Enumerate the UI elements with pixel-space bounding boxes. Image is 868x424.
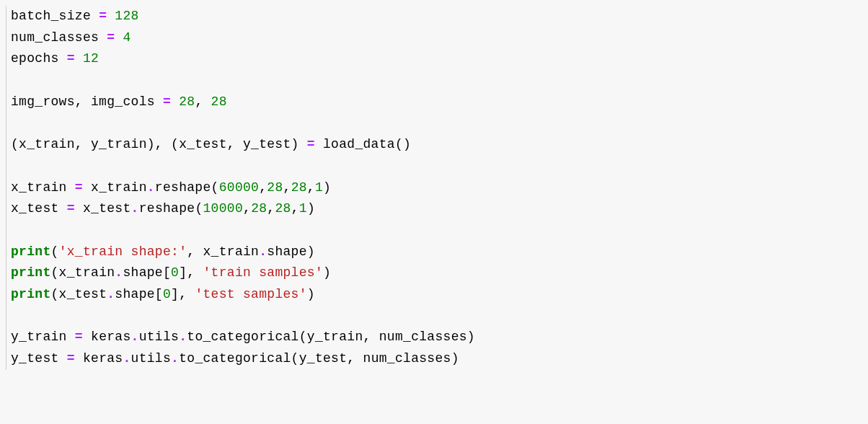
- identifier: (x_train: [51, 265, 115, 280]
- punct: ,: [243, 201, 251, 216]
- identifier: epochs: [11, 51, 59, 66]
- number: 28: [275, 201, 291, 216]
- identifier: keras: [91, 330, 131, 344]
- number: 0: [171, 265, 179, 280]
- identifier: load_data(): [323, 137, 411, 151]
- code-line: print('x_train shape:', x_train.shape): [11, 244, 315, 259]
- identifier: y_test: [11, 351, 59, 366]
- operator: .: [107, 287, 115, 301]
- number: 10000: [203, 201, 244, 216]
- code-line: x_test = x_test.reshape(10000,28,28,1): [11, 201, 315, 216]
- identifier: x_test: [11, 201, 59, 216]
- punct: ],: [171, 287, 195, 301]
- operator: .: [123, 351, 130, 366]
- operator: =: [59, 201, 83, 216]
- identifier: x_train: [11, 180, 67, 195]
- operator: =: [59, 351, 83, 366]
- identifier: y_train: [11, 330, 67, 344]
- operator: .: [131, 201, 139, 216]
- punct: ,: [291, 201, 299, 216]
- identifier: (x_train, y_train), (x_test, y_test): [11, 137, 299, 151]
- identifier: reshape(: [155, 180, 219, 195]
- identifier: , x_train: [187, 244, 259, 259]
- number: 28: [251, 201, 267, 216]
- operator: .: [171, 351, 179, 366]
- operator: =: [67, 330, 91, 344]
- code-line: (x_train, y_train), (x_test, y_test) = l…: [11, 137, 411, 151]
- identifier: reshape(: [139, 201, 203, 216]
- operator: =: [155, 94, 179, 109]
- number: 4: [123, 30, 130, 45]
- code-line: batch_size = 128: [11, 9, 139, 23]
- identifier: keras: [83, 351, 123, 366]
- identifier: shape[: [115, 287, 163, 301]
- operator: =: [59, 51, 83, 66]
- operator: .: [179, 330, 187, 344]
- punct: ): [323, 180, 331, 195]
- code-line: y_train = keras.utils.to_categorical(y_t…: [11, 330, 475, 344]
- string: 'test samples': [195, 287, 306, 301]
- identifier: utils: [139, 330, 180, 344]
- punct: ,: [283, 180, 291, 195]
- identifier: utils: [131, 351, 172, 366]
- operator: .: [147, 180, 155, 195]
- punct: ,: [307, 180, 315, 195]
- punct: ): [323, 265, 331, 280]
- operator: .: [115, 265, 123, 280]
- operator: .: [131, 330, 139, 344]
- code-line: img_rows, img_cols = 28, 28: [11, 94, 227, 109]
- code-block: batch_size = 128 num_classes = 4 epochs …: [6, 6, 868, 370]
- punct: ,: [195, 94, 211, 109]
- operator: =: [91, 9, 115, 23]
- code-line: epochs = 12: [11, 51, 99, 66]
- code-line: print(x_train.shape[0], 'train samples'): [11, 265, 331, 280]
- identifier: batch_size: [11, 9, 91, 23]
- builtin: print: [11, 287, 51, 301]
- identifier: to_categorical(y_train, num_classes): [187, 330, 475, 344]
- code-line: y_test = keras.utils.to_categorical(y_te…: [11, 351, 459, 366]
- punct: ,: [267, 201, 275, 216]
- operator: .: [259, 244, 267, 259]
- number: 12: [83, 51, 99, 66]
- builtin: print: [11, 265, 51, 280]
- punct: (: [51, 244, 59, 259]
- identifier: num_classes: [11, 30, 99, 45]
- operator: =: [299, 137, 323, 151]
- operator: =: [99, 30, 123, 45]
- number: 60000: [219, 180, 260, 195]
- number: 28: [267, 180, 283, 195]
- number: 1: [299, 201, 307, 216]
- number: 28: [211, 94, 227, 109]
- identifier: img_rows, img_cols: [11, 94, 155, 109]
- number: 1: [315, 180, 323, 195]
- identifier: shape): [267, 244, 315, 259]
- identifier: shape[: [123, 265, 171, 280]
- builtin: print: [11, 244, 51, 259]
- string: 'train samples': [203, 265, 324, 280]
- operator: =: [67, 180, 91, 195]
- punct: ): [307, 287, 315, 301]
- code-line: num_classes = 4: [11, 30, 131, 45]
- identifier: x_train: [91, 180, 147, 195]
- punct: ): [307, 201, 315, 216]
- number: 0: [163, 287, 171, 301]
- identifier: (x_test: [51, 287, 107, 301]
- punct: ,: [259, 180, 267, 195]
- string: 'x_train shape:': [59, 244, 187, 259]
- number: 28: [291, 180, 307, 195]
- identifier: x_test: [83, 201, 131, 216]
- number: 28: [179, 94, 195, 109]
- code-line: print(x_test.shape[0], 'test samples'): [11, 287, 315, 301]
- number: 128: [115, 9, 138, 23]
- code-line: x_train = x_train.reshape(60000,28,28,1): [11, 180, 331, 195]
- identifier: to_categorical(y_test, num_classes): [179, 351, 459, 366]
- punct: ],: [179, 265, 203, 280]
